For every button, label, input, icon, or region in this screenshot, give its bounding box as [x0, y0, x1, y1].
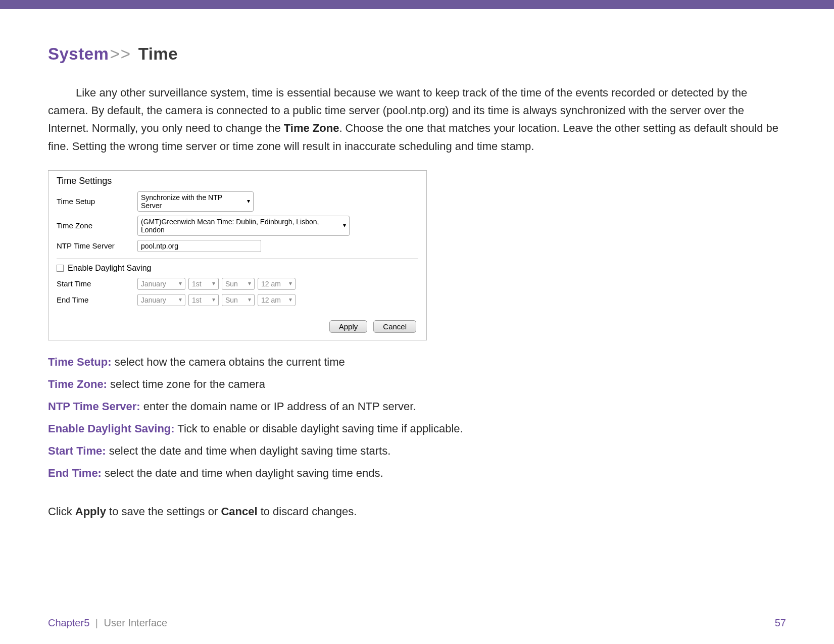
select-time-setup[interactable]: Synchronize with the NTP Server [137, 191, 254, 212]
closing-a: Click [48, 505, 75, 518]
footer-left: Chapter5 | User Interface [48, 617, 167, 629]
footer-label: User Interface [104, 617, 168, 628]
def-item: Time Setup: select how the camera obtain… [48, 356, 786, 369]
checkbox-enable-dls[interactable] [57, 265, 64, 272]
def-item: NTP Time Server: enter the domain name o… [48, 400, 786, 413]
definition-list: Time Setup: select how the camera obtain… [48, 356, 786, 480]
select-end-hour[interactable]: 12 am [258, 294, 296, 306]
def-desc: select the date and time when daylight s… [106, 444, 391, 457]
row-time-zone: Time Zone (GMT)Greenwich Mean Time: Dubl… [57, 216, 418, 236]
def-desc: Tick to enable or disable daylight savin… [175, 422, 463, 435]
heading-separator: >> [110, 44, 131, 63]
closing-paragraph: Click Apply to save the settings or Canc… [48, 505, 786, 518]
row-start-time: Start Time January 1st Sun 12 am [57, 278, 418, 290]
select-start-month[interactable]: January [137, 278, 185, 290]
divider [57, 258, 418, 259]
intro-emphasis: Time Zone [284, 122, 339, 134]
label-enable-dls: Enable Daylight Saving [68, 264, 151, 273]
label-start-time: Start Time [57, 279, 137, 288]
page-footer: Chapter5 | User Interface 57 [48, 617, 786, 629]
row-enable-dls: Enable Daylight Saving [57, 264, 418, 273]
document-page: System>> Time Like any other surveillanc… [0, 9, 834, 644]
def-item: End Time: select the date and time when … [48, 467, 786, 480]
select-start-dow[interactable]: Sun [222, 278, 255, 290]
def-desc: select the date and time when daylight s… [102, 467, 383, 479]
def-item: Time Zone: select time zone for the came… [48, 378, 786, 391]
def-term: NTP Time Server: [48, 400, 140, 413]
row-time-setup: Time Setup Synchronize with the NTP Serv… [57, 191, 418, 212]
cancel-button[interactable]: Cancel [373, 320, 416, 333]
def-term: Enable Daylight Saving: [48, 422, 175, 435]
label-end-time: End Time [57, 295, 137, 304]
time-settings-panel: Time Settings Time Setup Synchronize wit… [48, 170, 427, 340]
closing-apply: Apply [75, 505, 106, 518]
closing-c: to save the settings or [106, 505, 221, 518]
top-accent-bar [0, 0, 834, 9]
row-ntp-server: NTP Time Server pool.ntp.org [57, 240, 418, 252]
def-item: Start Time: select the date and time whe… [48, 444, 786, 458]
def-desc: select how the camera obtains the curren… [112, 356, 345, 368]
closing-d: to discard changes. [258, 505, 357, 518]
closing-cancel: Cancel [221, 505, 257, 518]
button-row: Apply Cancel [57, 320, 418, 333]
def-term: Time Zone: [48, 378, 107, 390]
def-term: End Time: [48, 467, 102, 479]
panel-title: Time Settings [57, 176, 418, 186]
def-desc: enter the domain name or IP address of a… [140, 400, 416, 413]
row-end-time: End Time January 1st Sun 12 am [57, 294, 418, 306]
select-time-zone[interactable]: (GMT)Greenwich Mean Time: Dublin, Edinbu… [137, 216, 350, 236]
select-end-day[interactable]: 1st [188, 294, 219, 306]
select-start-day[interactable]: 1st [188, 278, 219, 290]
def-item: Enable Daylight Saving: Tick to enable o… [48, 422, 786, 435]
def-term: Start Time: [48, 444, 106, 457]
select-start-hour[interactable]: 12 am [258, 278, 296, 290]
intro-paragraph: Like any other surveillance system, time… [48, 84, 786, 155]
apply-button[interactable]: Apply [329, 320, 368, 333]
label-ntp-server: NTP Time Server [57, 241, 137, 250]
label-time-zone: Time Zone [57, 221, 137, 230]
def-desc: select time zone for the camera [107, 378, 265, 390]
footer-separator: | [95, 617, 98, 628]
def-term: Time Setup: [48, 356, 112, 368]
heading-page: Time [138, 44, 178, 63]
label-time-setup: Time Setup [57, 197, 137, 206]
footer-page-number: 57 [775, 617, 786, 629]
select-end-dow[interactable]: Sun [222, 294, 255, 306]
page-heading: System>> Time [48, 44, 786, 64]
select-end-month[interactable]: January [137, 294, 185, 306]
heading-section: System [48, 44, 109, 63]
footer-chapter: Chapter5 [48, 617, 89, 628]
input-ntp-server[interactable]: pool.ntp.org [137, 240, 261, 252]
